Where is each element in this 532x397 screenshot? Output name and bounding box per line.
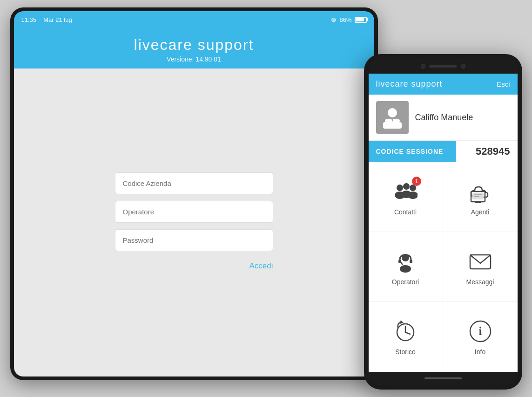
password-input[interactable]: [115, 229, 273, 251]
history-icon-wrap: [391, 318, 419, 344]
session-label: CODICE SESSIONE: [369, 142, 457, 161]
phone-app-title: livecare support: [376, 79, 443, 89]
login-form: Accedi: [115, 172, 273, 273]
avatar-icon: [380, 105, 404, 130]
svg-point-0: [388, 108, 397, 117]
speaker-icon: [429, 65, 457, 68]
menu-grid: 1 Contatti: [369, 162, 518, 372]
svg-text:i: i: [478, 324, 482, 338]
svg-rect-2: [383, 122, 402, 129]
menu-item-agenti[interactable]: Agenti: [443, 162, 518, 232]
exit-button[interactable]: Esci: [497, 80, 510, 88]
svg-point-6: [403, 183, 410, 190]
wifi-icon: ⊛: [331, 16, 337, 23]
contatti-badge: 1: [412, 177, 421, 186]
info-label: Info: [475, 348, 485, 356]
session-code-bar: CODICE SESSIONE 528945: [369, 141, 518, 162]
tablet-device: 11:35 Mar 21 lug ⊛ 86% livecare support …: [10, 7, 378, 380]
phone-device: livecare support Esci Ca: [364, 54, 522, 390]
battery-fill: [356, 18, 364, 21]
user-name: Califfo Manuele: [415, 113, 473, 123]
history-icon: [393, 319, 418, 343]
tablet-time: 11:35: [21, 16, 37, 23]
contatti-label: Contatti: [394, 208, 417, 216]
messages-icon: [468, 249, 492, 274]
menu-item-messaggi[interactable]: Messaggi: [443, 232, 518, 302]
operators-icon-wrap: [391, 248, 419, 274]
tablet-body: Accedi: [14, 68, 374, 376]
contacts-icon-wrap: 1: [391, 178, 419, 205]
tablet-status-left: 11:35 Mar 21 lug: [21, 16, 72, 23]
tablet-status-right: ⊛ 86%: [331, 16, 366, 23]
login-button[interactable]: Accedi: [115, 260, 273, 273]
tablet-app-title: livecare support: [14, 36, 374, 54]
svg-line-24: [405, 332, 410, 334]
avatar: [376, 101, 409, 134]
svg-point-4: [397, 185, 403, 191]
tablet-header: livecare support Versione: 14.90.01: [14, 28, 374, 68]
sensor-dot-icon: [461, 64, 465, 68]
company-code-input[interactable]: [115, 172, 273, 194]
menu-item-operatori[interactable]: Operatori: [369, 232, 443, 302]
phone-inner: livecare support Esci Ca: [369, 59, 518, 385]
phone-camera-bar: [369, 59, 518, 74]
svg-rect-11: [475, 202, 481, 203]
session-code: 528945: [456, 141, 517, 162]
svg-rect-14: [474, 196, 479, 197]
operators-icon: [393, 249, 418, 274]
tablet-screen: 11:35 Mar 21 lug ⊛ 86% livecare support …: [14, 11, 374, 376]
camera-dot-icon: [421, 64, 425, 68]
tablet-date: Mar 21 lug: [43, 16, 72, 23]
phone-header: livecare support Esci: [369, 74, 518, 95]
operatori-label: Operatori: [392, 278, 419, 286]
agenti-label: Agenti: [471, 208, 490, 216]
svg-rect-13: [474, 194, 482, 195]
operator-input[interactable]: [115, 201, 273, 223]
messages-icon-wrap: [466, 248, 494, 274]
battery-icon: [355, 17, 367, 23]
tablet-battery: 86%: [339, 16, 351, 23]
menu-item-storico[interactable]: Storico: [369, 302, 443, 372]
phone-bottom-bar: [369, 372, 518, 385]
messaggi-label: Messaggi: [466, 278, 494, 286]
agents-icon: [468, 179, 492, 204]
home-indicator: [424, 377, 462, 379]
svg-point-19: [400, 265, 411, 273]
scene: 11:35 Mar 21 lug ⊛ 86% livecare support …: [10, 7, 522, 390]
svg-point-9: [408, 192, 418, 199]
info-icon: i: [468, 319, 492, 343]
tablet-version: Versione: 14.90.01: [14, 55, 374, 63]
info-icon-wrap: i: [466, 318, 494, 344]
tablet-status-bar: 11:35 Mar 21 lug ⊛ 86%: [14, 11, 374, 28]
svg-marker-22: [400, 320, 404, 324]
svg-rect-17: [410, 260, 412, 263]
svg-line-18: [401, 262, 403, 265]
agents-icon-wrap: [466, 178, 494, 205]
menu-item-info[interactable]: i Info: [443, 302, 518, 372]
menu-item-contatti[interactable]: 1 Contatti: [369, 162, 443, 232]
phone-screen: livecare support Esci Ca: [369, 74, 518, 372]
storico-label: Storico: [395, 348, 416, 356]
user-section: Califfo Manuele: [369, 95, 518, 141]
